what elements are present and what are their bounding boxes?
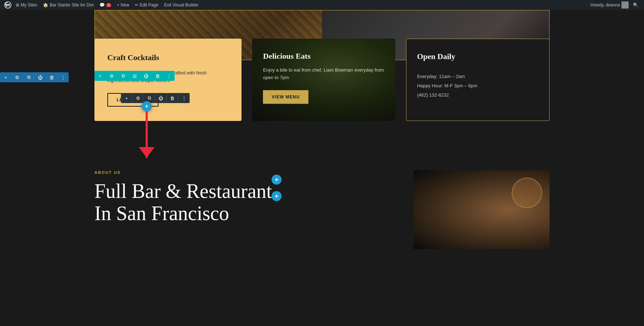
arrow-line xyxy=(146,111,148,158)
about-label: ABOUT US xyxy=(94,170,403,175)
admin-search-icon[interactable]: 🔍 xyxy=(630,3,641,8)
add-module-button-1[interactable]: + xyxy=(272,175,282,185)
row-delete-button[interactable]: 🗑 xyxy=(152,71,163,81)
hours-info: Everyday: 11am – 2am Happy Hour: M-F 3pm… xyxy=(417,72,538,100)
hours-line1: Everyday: 11am – 2am xyxy=(417,74,465,79)
sitename-icon: 🏠 xyxy=(43,3,48,8)
mysites-icon: ⊞ xyxy=(16,3,19,8)
about-section: ABOUT US Full Bar & Restaurant In San Fr… xyxy=(94,170,550,249)
row-toolbar-group: + ⚙ ⧉ ⊟ ⏻ 🗑 ⋮ xyxy=(94,71,175,81)
wp-logo[interactable]: W xyxy=(3,0,13,10)
about-heading-line2: In San Francisco xyxy=(94,202,229,224)
row-settings-button[interactable]: ⚙ xyxy=(106,71,117,81)
admin-bar-comments[interactable]: 💬 0 xyxy=(97,0,114,10)
card-eats-content: Delicious Eats Enjoy a bite to eat from … xyxy=(263,52,384,104)
row-add-button[interactable]: + xyxy=(94,71,106,81)
arrow-indicator: + xyxy=(142,101,152,158)
eats-title: Delicious Eats xyxy=(263,52,384,61)
section-settings-button[interactable]: ⚙ xyxy=(11,72,23,82)
about-heading-line1: Full Bar & Restaurant xyxy=(94,180,272,202)
section-more-button[interactable]: ⋮ xyxy=(57,72,69,82)
add-module-button-2[interactable]: + xyxy=(272,191,282,201)
card-hours: Open Daily Everyday: 11am – 2am Happy Ho… xyxy=(406,39,550,121)
module-add-button[interactable]: + xyxy=(121,93,132,103)
hours-line2: Happy Hour: M-F 3pm – 6pm xyxy=(417,83,477,88)
admin-bar-editpage[interactable]: ✏ Edit Page xyxy=(132,0,161,10)
section-disable-button[interactable]: ⏻ xyxy=(34,72,46,82)
admin-bar-right: Howdy, deanna 🔍 xyxy=(591,1,641,9)
section-add-button[interactable]: + xyxy=(0,72,11,82)
admin-bar-exitbuilder[interactable]: Exit Visual Builder xyxy=(161,0,201,10)
section-delete-button[interactable]: 🗑 xyxy=(46,72,57,82)
section-toolbar: + ⚙ ⧉ ⏻ 🗑 ⋮ xyxy=(0,72,69,82)
row-more-button[interactable]: ⋮ xyxy=(163,71,175,81)
hours-phone: (462) 132-6232 xyxy=(417,92,449,98)
admin-bar: W ⊞ My Sites 🏠 Bar Starter Site for Divi… xyxy=(0,0,644,10)
module-toolbar-floating: + ⚙ ⧉ ⏻ 🗑 ⋮ xyxy=(121,93,190,103)
module-more-button[interactable]: ⋮ xyxy=(178,93,190,103)
admin-bar-sitename[interactable]: 🏠 Bar Starter Site for Divi xyxy=(40,0,97,10)
about-image xyxy=(414,170,550,249)
comments-icon: 💬 xyxy=(99,3,105,8)
module-disable-button[interactable]: ⏻ xyxy=(155,93,167,103)
row-disable-button[interactable]: ⏻ xyxy=(140,71,152,81)
about-text: ABOUT US Full Bar & Restaurant In San Fr… xyxy=(94,170,403,224)
page-content: + ⚙ ⧉ ⏻ 🗑 ⋮ + ⚙ ⧉ ⊟ ⏻ 🗑 ⋮ Craft Cocktail… xyxy=(0,10,644,326)
admin-bar-new[interactable]: + New xyxy=(114,0,132,10)
row-duplicate-button[interactable]: ⧉ xyxy=(117,71,129,81)
hours-title: Open Daily xyxy=(417,52,538,61)
module-delete-button[interactable]: 🗑 xyxy=(167,93,178,103)
view-menu-button[interactable]: VIEW MENU xyxy=(263,90,308,104)
section-duplicate-button[interactable]: ⧉ xyxy=(23,72,34,82)
about-image-inner xyxy=(414,170,550,249)
cocktails-title: Craft Cocktails xyxy=(107,53,229,62)
row-toolbar: + ⚙ ⧉ ⊟ ⏻ 🗑 ⋮ xyxy=(94,71,175,81)
about-heading: Full Bar & Restaurant In San Francisco xyxy=(94,180,403,224)
svg-text:W: W xyxy=(5,4,8,7)
admin-bar-mysites[interactable]: ⊞ My Sites xyxy=(13,0,40,10)
add-module-circle-button[interactable]: + xyxy=(142,101,152,111)
card-eats: Delicious Eats Enjoy a bite to eat from … xyxy=(252,39,395,121)
row-layout-button[interactable]: ⊟ xyxy=(129,71,140,81)
user-avatar xyxy=(621,1,629,9)
eats-description: Enjoy a bite to eat from chef, Liam Bowm… xyxy=(263,67,384,82)
